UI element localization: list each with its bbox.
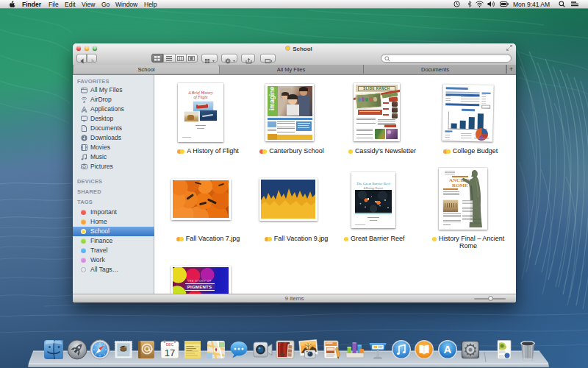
svg-text:17: 17 [164, 347, 174, 358]
svg-text:A: A [443, 343, 451, 355]
svg-text:DEC: DEC [165, 342, 173, 347]
